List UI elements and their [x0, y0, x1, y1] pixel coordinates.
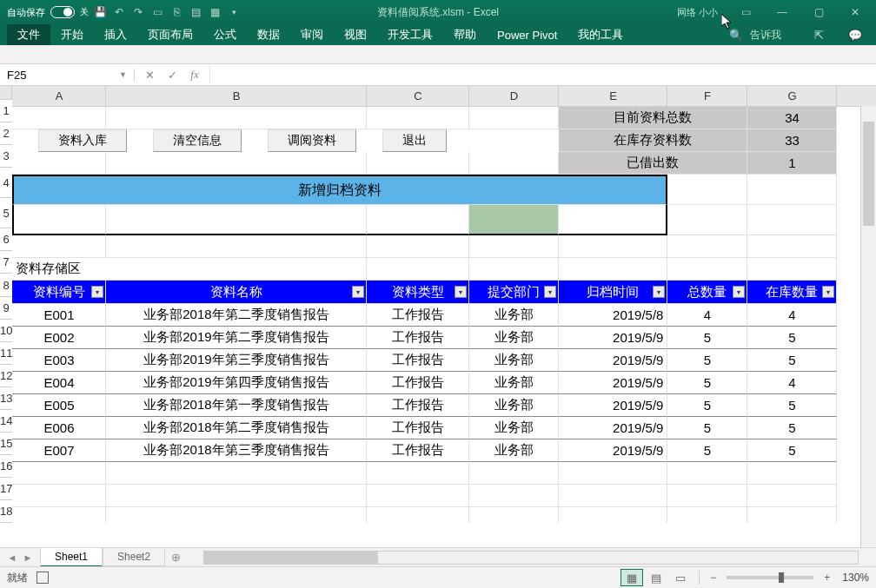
ribbon-options-icon[interactable]: ▭: [728, 0, 763, 24]
data-cell-1-2[interactable]: 工作报告: [367, 327, 469, 349]
clear-button[interactable]: 清空信息: [153, 129, 242, 152]
cell-row17-3[interactable]: [469, 485, 559, 507]
data-cell-1-5[interactable]: 5: [667, 327, 747, 349]
zoom-out-button[interactable]: −: [707, 571, 720, 584]
table-row[interactable]: E006业务部2018年第二季度销售报告工作报告业务部2019/5/955: [12, 417, 876, 439]
table-row[interactable]: E007业务部2018年第三季度销售报告工作报告业务部2019/5/955: [12, 439, 876, 462]
data-cell-3-3[interactable]: 业务部: [469, 372, 559, 394]
table-header-5[interactable]: 总数量▾: [667, 281, 747, 304]
cell-row6-2[interactable]: [367, 235, 469, 258]
search-icon[interactable]: 🔍: [729, 29, 743, 42]
cell-row7-4[interactable]: [559, 258, 667, 281]
row-header-6[interactable]: 6: [0, 228, 12, 251]
view-pagebreak-icon[interactable]: ▭: [669, 569, 692, 586]
cell-row16-6[interactable]: [747, 462, 837, 485]
filter-icon-0[interactable]: ▾: [91, 286, 103, 298]
cell-row16-1[interactable]: [106, 462, 367, 485]
stats-label-total[interactable]: 目前资料总数: [559, 107, 747, 129]
cell-row6-6[interactable]: [747, 235, 837, 258]
data-cell-5-4[interactable]: 2019/5/9: [559, 417, 667, 439]
cell-row18-6[interactable]: [747, 507, 837, 523]
row-header-15[interactable]: 15: [0, 433, 12, 455]
data-cell-1-1[interactable]: 业务部2019年第二季度销售报告: [106, 327, 367, 349]
cell-row18-3[interactable]: [469, 507, 559, 523]
cell-A3[interactable]: [12, 152, 106, 175]
data-cell-4-5[interactable]: 5: [667, 394, 747, 417]
cell-row17-2[interactable]: [367, 485, 469, 507]
horizontal-scrollbar[interactable]: [203, 551, 859, 565]
tab-pagelayout[interactable]: 页面布局: [137, 24, 203, 45]
macro-record-icon[interactable]: [36, 571, 49, 584]
cell-row18-1[interactable]: [106, 507, 367, 523]
data-cell-2-2[interactable]: 工作报告: [367, 349, 469, 372]
tab-view[interactable]: 视图: [334, 24, 377, 45]
row-header-10[interactable]: 10: [0, 320, 12, 342]
data-cell-0-4[interactable]: 2019/5/8: [559, 304, 667, 327]
filter-icon-6[interactable]: ▾: [822, 286, 834, 298]
data-cell-3-0[interactable]: E004: [12, 372, 106, 394]
input-type[interactable]: [367, 205, 469, 235]
tab-home[interactable]: 开始: [50, 24, 94, 45]
worksheet-grid[interactable]: 123456789101112131415161718 ABCDEFG 目前资料…: [0, 86, 876, 523]
comments-button[interactable]: 💬: [848, 29, 862, 42]
table-header-6[interactable]: 在库数量▾: [747, 281, 837, 304]
cell-G4[interactable]: [747, 175, 837, 205]
view-pagelayout-icon[interactable]: ▤: [645, 569, 667, 586]
qat-icon-1[interactable]: ▭: [149, 4, 165, 20]
data-cell-4-2[interactable]: 工作报告: [367, 394, 469, 417]
tell-me-input[interactable]: 告诉我: [750, 28, 781, 43]
fx-icon[interactable]: fx: [185, 65, 204, 84]
cell-row18-0[interactable]: [12, 507, 106, 523]
row-header-12[interactable]: 12: [0, 365, 12, 387]
redo-icon[interactable]: ↷: [130, 4, 146, 20]
view-normal-icon[interactable]: ▦: [620, 569, 643, 586]
data-cell-5-2[interactable]: 工作报告: [367, 417, 469, 439]
data-cell-6-2[interactable]: 工作报告: [367, 439, 469, 462]
qat-icon-3[interactable]: ▤: [188, 4, 203, 20]
tab-developer[interactable]: 开发工具: [377, 24, 443, 45]
data-cell-2-3[interactable]: 业务部: [469, 349, 559, 372]
tab-insert[interactable]: 插入: [94, 24, 137, 45]
data-cell-5-5[interactable]: 5: [667, 417, 747, 439]
data-cell-0-2[interactable]: 工作报告: [367, 304, 469, 327]
select-all-corner[interactable]: [0, 86, 12, 100]
cell-row6-4[interactable]: [559, 235, 667, 258]
input-date[interactable]: [559, 205, 667, 235]
section-label[interactable]: 资料存储区: [12, 258, 367, 281]
cancel-formula-icon[interactable]: ✕: [140, 65, 159, 84]
entry-button[interactable]: 资料入库: [38, 129, 127, 152]
cell-F4[interactable]: [667, 175, 747, 205]
data-cell-2-4[interactable]: 2019/5/9: [559, 349, 667, 372]
data-cell-1-6[interactable]: 5: [747, 327, 837, 349]
data-cell-6-4[interactable]: 2019/5/9: [559, 439, 667, 462]
cell-row17-6[interactable]: [747, 485, 837, 507]
cell-row7-2[interactable]: [367, 258, 469, 281]
data-cell-4-4[interactable]: 2019/5/9: [559, 394, 667, 417]
cell-row6-3[interactable]: [469, 235, 559, 258]
data-cell-3-1[interactable]: 业务部2019年第四季度销售报告: [106, 372, 367, 394]
stats-value-instock[interactable]: 33: [747, 129, 837, 152]
row-header-14[interactable]: 14: [0, 410, 12, 433]
row-header-8[interactable]: 8: [0, 274, 12, 297]
table-header-1[interactable]: 资料名称▾: [106, 281, 367, 304]
cell-A1[interactable]: [12, 107, 106, 129]
col-header-A[interactable]: A: [12, 86, 106, 106]
add-sheet-button[interactable]: ⊕: [165, 551, 186, 564]
table-header-3[interactable]: 提交部门▾: [469, 281, 559, 304]
data-cell-6-0[interactable]: E007: [12, 439, 106, 462]
cell-row6-1[interactable]: [106, 235, 367, 258]
input-id[interactable]: [12, 205, 106, 235]
cell-C1[interactable]: [367, 107, 469, 129]
cell-F5[interactable]: [667, 205, 747, 235]
data-cell-0-3[interactable]: 业务部: [469, 304, 559, 327]
sheet-tab-1[interactable]: Sheet1: [40, 548, 103, 567]
row-header-11[interactable]: 11: [0, 342, 12, 365]
cell-row7-6[interactable]: [747, 258, 837, 281]
filter-icon-1[interactable]: ▾: [352, 286, 364, 298]
cell-row16-4[interactable]: [559, 462, 667, 485]
data-cell-1-3[interactable]: 业务部: [469, 327, 559, 349]
cell-row7-3[interactable]: [469, 258, 559, 281]
cell-row17-4[interactable]: [559, 485, 667, 507]
col-header-B[interactable]: B: [106, 86, 367, 106]
stats-value-out[interactable]: 1: [747, 152, 837, 175]
